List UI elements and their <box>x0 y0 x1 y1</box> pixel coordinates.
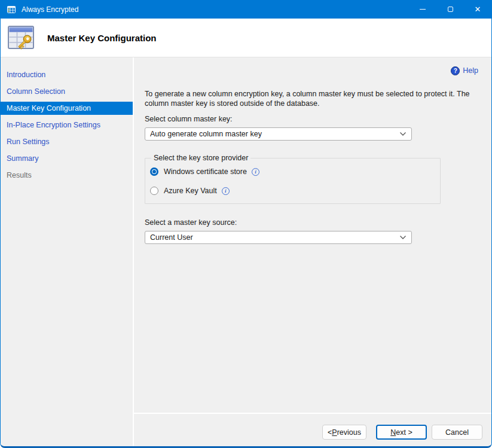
sidebar-item-master-key-configuration[interactable]: Master Key Configuration <box>1 102 133 115</box>
next-button[interactable]: Next > <box>376 425 427 440</box>
help-link[interactable]: ? Help <box>145 66 491 75</box>
radio-windows-certificate-store-label: Windows certificate store <box>164 167 247 176</box>
close-button[interactable]: ✕ <box>464 0 491 19</box>
minimize-icon <box>420 9 426 10</box>
info-icon[interactable]: i <box>252 168 259 176</box>
key-store-provider-group-title: Select the key store provider <box>151 154 250 162</box>
radio-button-icon <box>150 187 158 195</box>
info-icon[interactable]: i <box>222 187 230 195</box>
window-title: Always Encrypted <box>22 5 409 14</box>
help-icon: ? <box>451 66 460 75</box>
chevron-down-icon <box>399 132 407 136</box>
app-table-key-icon <box>7 5 16 14</box>
title-bar: Always Encrypted ✕ <box>1 0 491 19</box>
minimize-button[interactable] <box>409 0 436 19</box>
radio-azure-key-vault[interactable]: Azure Key Vault i <box>150 187 440 195</box>
sidebar-item-run-settings[interactable]: Run Settings <box>1 135 133 148</box>
maximize-icon <box>448 7 453 12</box>
footer-button-bar: < Previous Next > Cancel <box>322 425 482 440</box>
wizard-steps-sidebar: Introduction Column Selection Master Key… <box>1 57 134 446</box>
maximize-button[interactable] <box>436 0 464 19</box>
chevron-down-icon <box>399 235 407 240</box>
radio-button-icon <box>150 167 158 176</box>
column-master-key-combobox[interactable]: Auto generate column master key <box>145 127 412 141</box>
main-panel: ? Help To generate a new column encrypti… <box>134 57 491 446</box>
sidebar-item-summary[interactable]: Summary <box>1 152 133 165</box>
radio-windows-certificate-store[interactable]: Windows certificate store i <box>150 167 440 176</box>
wizard-header: Master Key Configuration <box>1 19 491 57</box>
master-key-source-value: Current User <box>150 233 399 242</box>
column-master-key-value: Auto generate column master key <box>150 130 399 138</box>
master-key-source-combobox[interactable]: Current User <box>145 231 412 244</box>
master-key-label: Select column master key: <box>145 115 491 123</box>
sidebar-item-results: Results <box>1 169 133 182</box>
footer-separator <box>134 413 491 414</box>
key-source-label: Select a master key source: <box>145 218 491 227</box>
always-encrypted-wizard-window: Always Encrypted ✕ <box>0 0 492 448</box>
close-icon: ✕ <box>475 5 481 13</box>
help-label: Help <box>463 66 478 75</box>
radio-azure-key-vault-label: Azure Key Vault <box>164 187 217 195</box>
intro-text: To generate a new column encryption key,… <box>145 90 470 108</box>
cancel-button[interactable]: Cancel <box>432 425 482 440</box>
sidebar-item-in-place-encryption-settings[interactable]: In-Place Encryption Settings <box>1 118 133 132</box>
sidebar-item-column-selection[interactable]: Column Selection <box>1 85 133 98</box>
sidebar-item-introduction[interactable]: Introduction <box>1 68 133 81</box>
table-key-icon <box>7 23 35 52</box>
key-store-provider-group: Select the key store provider Windows ce… <box>145 154 441 204</box>
previous-button[interactable]: < Previous <box>322 425 366 440</box>
wizard-body: Introduction Column Selection Master Key… <box>1 57 491 446</box>
page-title: Master Key Configuration <box>47 33 157 43</box>
